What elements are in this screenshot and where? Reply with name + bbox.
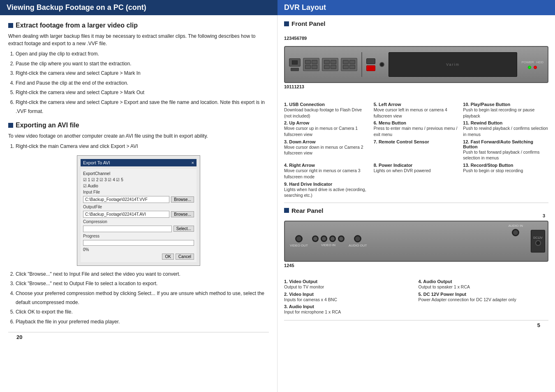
power-led	[528, 66, 531, 69]
rear-num-3: 3	[543, 213, 545, 218]
output-file-value[interactable]: C:\Backup_Footage\022414T.AVI	[83, 211, 169, 218]
fp-label-10: 10. Play/Pause ButtonPush to begin last …	[463, 102, 548, 119]
btn-a4	[331, 65, 336, 69]
front-panel-icon	[284, 21, 289, 26]
compression-label: Compression	[83, 219, 116, 224]
audio-in-section: AUDIO IN	[508, 224, 523, 236]
power-jack	[535, 240, 541, 246]
rp-label-1: 1. Video OutputOutput to TV monitor	[284, 279, 414, 290]
fp-label-3: 3. Down ArrowMove cursor down in menus o…	[284, 139, 370, 161]
progress-value: 0%	[83, 247, 89, 252]
bnc-3	[329, 235, 336, 242]
btn-row-6	[343, 65, 355, 69]
rear-panel-numbers-bottom: 1245	[284, 263, 548, 272]
dvr-screen: Varim	[388, 52, 517, 77]
extract-intro: When dealing with larger backup files it…	[8, 32, 269, 47]
select-btn[interactable]: Select...	[173, 226, 194, 232]
power-hdd-section: POWER HDD	[521, 60, 543, 69]
btn-a3	[324, 65, 330, 69]
dc12v-label: DC12V	[533, 236, 543, 239]
btn-b2	[349, 60, 355, 64]
fp-label-9: 9. Hard Drive IndicatorLights when hard …	[284, 182, 370, 198]
video-out-label: VIDEO OUT	[290, 244, 308, 247]
extract-steps-list: Open and play the clip to extract from.P…	[8, 50, 269, 116]
fp-label-12: 12. Fast Forward/Auto Switching ButtonPu…	[463, 139, 548, 161]
audio-in-label: AUDIO IN	[508, 224, 523, 228]
output-file-label: OutputFile	[83, 205, 116, 209]
btn-up2	[312, 60, 317, 64]
led-indicators	[528, 66, 537, 69]
input-file-value-row: C:\Backup_Footage\022414T.VVF Browse...	[83, 196, 194, 203]
fp-num-bottom-13: 13	[299, 84, 304, 89]
audio-in-rca	[512, 229, 519, 236]
rp-label-3: 3. Audio InputInput for microphone 1 x R…	[284, 304, 414, 315]
extract-step-5: Right-click the camera view and select C…	[16, 88, 269, 97]
front-panel-visual: Varim POWER HDD	[284, 46, 548, 83]
menu-btn	[366, 58, 375, 64]
cancel-btn[interactable]: Cancel	[176, 254, 194, 260]
progress-label-row: Progress	[83, 234, 194, 238]
audio-out-label: AUDIO OUT	[349, 244, 367, 247]
avi-step2-6: Playback the file in your preferred medi…	[16, 318, 269, 327]
channel-checks[interactable]: ☑ 1 ☑ 2 ☑ 3 ☑ 4 ☑ 5	[83, 178, 123, 182]
extract-step-6: Right-click the camera view and select C…	[16, 98, 269, 116]
input-file-value[interactable]: C:\Backup_Footage\022414T.VVF	[83, 196, 169, 203]
fp-num-9: 9	[304, 36, 307, 41]
input-file-row: Input File	[83, 190, 194, 194]
rear-panel-labels: 1. Video OutputOutput to TV monitor4. Au…	[284, 279, 548, 315]
right-footer: 5	[284, 320, 548, 330]
avi-step2-4: Choose your preferred compression method…	[16, 289, 269, 307]
avi-steps-list: Right-click the main Camera view and cli…	[8, 142, 269, 151]
bnc-4	[338, 235, 345, 242]
btn-row-3	[324, 60, 336, 64]
header: Viewing Backup Footage on a PC (cont) DV…	[0, 0, 555, 15]
output-file-row: OutputFile	[83, 205, 194, 209]
fp-label-8: 8. Power IndicatorLights on when DVR pow…	[374, 163, 459, 180]
avi-step2-2: Click "Browse..." next to Input File and…	[16, 270, 269, 279]
fp-num-bottom-10: 10	[284, 84, 289, 89]
avi-step2-5: Click OK to export the file.	[16, 308, 269, 317]
compression-input[interactable]	[83, 226, 172, 232]
front-panel-heading: Front Panel	[284, 20, 548, 27]
page-num-right: 5	[537, 322, 540, 328]
avi-section: Exporting an AVI file To view video foot…	[8, 122, 269, 326]
progress-bar-row	[83, 240, 194, 246]
export-dialog: Export To AVI × ExportChannel ☑ 1 ☑ 2 ☑ …	[77, 155, 200, 266]
btn-up	[305, 60, 311, 64]
right-column: Front Panel 123456789	[278, 15, 555, 392]
rear-panel-diagram: 3 VIDEO OUT	[284, 221, 548, 272]
fp-label-7: 7. Remote Control Sensor	[374, 139, 459, 161]
avi-heading: Exporting an AVI file	[8, 122, 269, 129]
video-in-label: VIDEO IN	[321, 243, 335, 247]
compression-select-row: Select...	[83, 226, 194, 232]
dialog-close-btn[interactable]: ×	[192, 160, 194, 165]
usb-button	[291, 68, 299, 71]
menu-btns	[366, 58, 375, 71]
avi-intro: To view video footage on another compute…	[8, 132, 269, 140]
video-in-group: VIDEO IN	[312, 235, 345, 247]
rear-panel-visual: VIDEO OUT VIDEO IN	[284, 221, 548, 262]
fp-label-5: 5. Left ArrowMove cursor left in menus o…	[374, 102, 459, 119]
btn-b1	[343, 60, 349, 64]
browse1-btn[interactable]: Browse...	[171, 196, 194, 203]
video-out-connector: VIDEO OUT	[290, 235, 308, 247]
bnc-1	[312, 235, 319, 242]
btn-row-2	[305, 65, 317, 69]
input-file-label: Input File	[83, 190, 116, 194]
bnc-2	[321, 235, 327, 242]
audio-out-connector: AUDIO OUT	[349, 235, 367, 247]
browse2-btn[interactable]: Browse...	[171, 211, 194, 217]
btn-right	[312, 65, 317, 69]
bnc-connectors	[312, 235, 345, 242]
fp-label-11: 11. Rewind ButtonPush to rewind playback…	[463, 120, 548, 137]
btn-b4	[349, 65, 355, 69]
page-num-left: 20	[16, 334, 22, 340]
ok-btn[interactable]: OK	[162, 254, 173, 260]
export-channel-row: ExportChannel	[83, 171, 194, 176]
fp-label-2: 2. Up ArrowMove cursor up in menus or Ca…	[284, 120, 370, 137]
progress-value-row: 0%	[83, 247, 194, 252]
progress-label: Progress	[83, 234, 116, 238]
audio-check[interactable]: ☑ Audio	[83, 184, 98, 188]
extract-section: Extract footage from a larger video clip…	[8, 22, 269, 116]
rp-label-5: 5. DC 12V Power InputPower Adapter conne…	[419, 292, 549, 303]
